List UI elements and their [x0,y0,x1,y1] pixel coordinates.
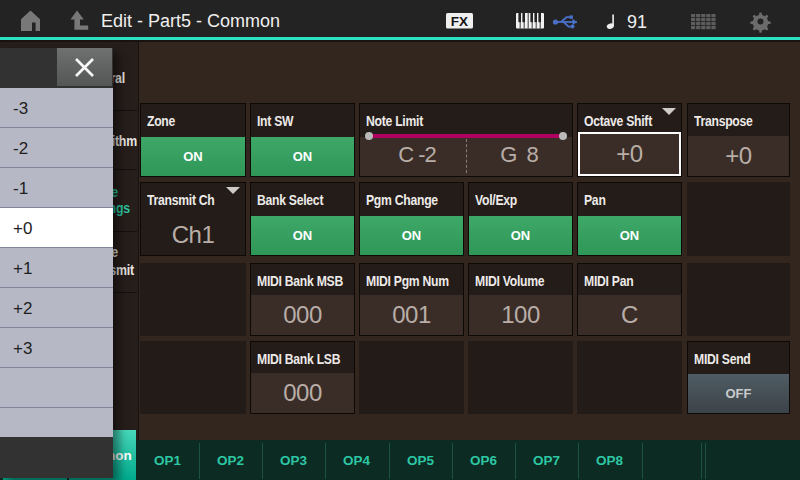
svg-text:91: 91 [627,12,647,32]
svg-text:FX: FX [451,14,468,29]
